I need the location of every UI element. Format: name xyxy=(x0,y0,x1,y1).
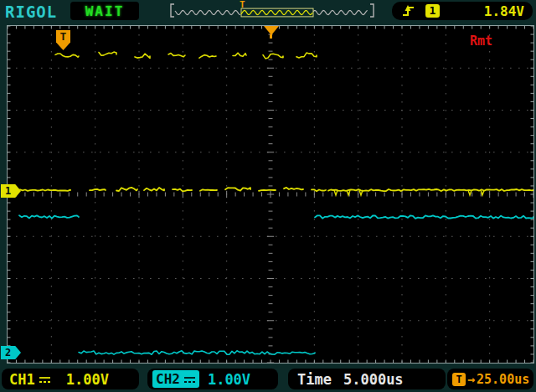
ch1-data-trace xyxy=(173,189,192,192)
trigger-offset-arrow: → xyxy=(467,372,475,387)
trigger-level-value: 1.84V xyxy=(484,3,524,19)
timebase-value: 5.000us xyxy=(343,371,404,388)
ch2-low-burst-trace xyxy=(79,351,315,355)
top-status-bar: RIGOL WAIT T 1 1.84V xyxy=(0,0,536,24)
trigger-offset-readout: T → 25.00us xyxy=(447,369,533,389)
ch1-readout: CH1 1.00V xyxy=(2,369,139,389)
ch2-dc-coupling-icon xyxy=(183,374,196,384)
horizontal-center-marker-stem xyxy=(270,34,272,39)
trigger-source-badge: 1 xyxy=(425,4,440,18)
rising-edge-icon xyxy=(400,3,417,18)
ch1-high-burst-trace xyxy=(99,52,116,55)
ch1-data-trace xyxy=(144,188,164,191)
ch2-scale-value: 1.00V xyxy=(208,371,250,388)
ch1-data-trace xyxy=(18,189,70,190)
ch1-high-burst-trace xyxy=(233,53,246,56)
ch1-ground-label: 1 xyxy=(1,185,11,197)
ch1-data-trace xyxy=(90,189,106,190)
ch1-data-trace xyxy=(284,188,303,190)
acquisition-status-badge: WAIT xyxy=(70,2,139,20)
trigger-readout: 1 1.84V xyxy=(392,2,533,20)
remote-indicator: Rmt xyxy=(470,34,492,49)
ch2-high-trace xyxy=(315,215,533,219)
ch2-label: CH2 xyxy=(156,371,180,387)
ch1-high-burst-trace xyxy=(263,54,283,59)
ch1-high-burst-trace xyxy=(168,54,185,57)
ch1-high-burst-trace xyxy=(55,54,79,57)
ch1-data-trace xyxy=(259,190,276,191)
trigger-offset-value: 25.00us xyxy=(477,372,529,387)
status-label: WAIT xyxy=(85,3,125,19)
ch1-high-burst-trace xyxy=(199,55,216,59)
waveform-display-area: T Rmt xyxy=(7,25,534,364)
ch1-data-trace xyxy=(312,189,326,191)
ch1-data-trace xyxy=(116,188,137,191)
preview-trigger-marker: T xyxy=(240,1,245,10)
ch2-selected-badge: CH2 xyxy=(152,370,199,388)
preview-waveform: T xyxy=(168,1,377,20)
ch1-high-burst-trace xyxy=(135,54,150,58)
timebase-readout: Time 5.000us xyxy=(288,369,446,389)
ch1-data-trace xyxy=(200,189,217,191)
ch1-data-trace xyxy=(225,188,250,191)
ch1-dc-coupling-icon xyxy=(39,374,51,384)
trigger-position-label: T xyxy=(60,30,67,43)
ch2-readout: CH2 1.00V xyxy=(147,369,278,389)
ch1-high-burst-trace xyxy=(296,53,317,58)
bottom-status-bar: CH1 1.00V CH2 1.00V Time 5.000us T → xyxy=(0,365,536,392)
memory-waveform-preview: T xyxy=(168,1,377,20)
ch1-label: CH1 xyxy=(9,371,35,388)
ch1-scale-value: 1.00V xyxy=(66,371,109,388)
brand-logo: RIGOL xyxy=(5,3,57,21)
trigger-offset-icon: T xyxy=(452,373,466,386)
timebase-label: Time xyxy=(297,371,332,388)
ch2-high-trace xyxy=(19,215,79,218)
ch2-ground-label: 2 xyxy=(1,347,11,358)
oscilloscope-screen: RIGOL WAIT T 1 1.84V T Rmt 1 2 xyxy=(0,0,536,392)
ch1-data-trace-glitch xyxy=(334,190,338,195)
graticule-and-traces xyxy=(8,26,533,363)
